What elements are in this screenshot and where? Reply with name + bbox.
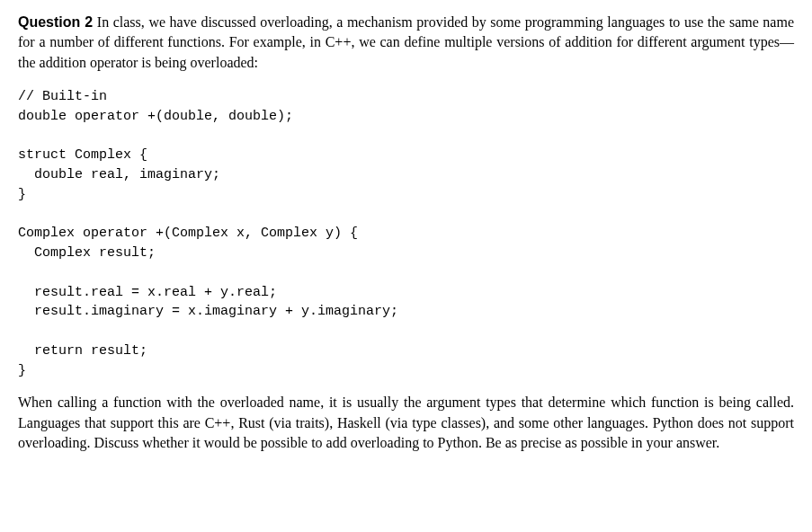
question-intro-paragraph: Question 2 In class, we have discussed o…	[18, 13, 794, 73]
question-label: Question 2	[18, 14, 93, 30]
question-intro-text: In class, we have discussed overloading,…	[18, 14, 794, 70]
code-example: // Built-in double operator +(double, do…	[18, 87, 794, 380]
question-closing-paragraph: When calling a function with the overloa…	[18, 393, 794, 453]
